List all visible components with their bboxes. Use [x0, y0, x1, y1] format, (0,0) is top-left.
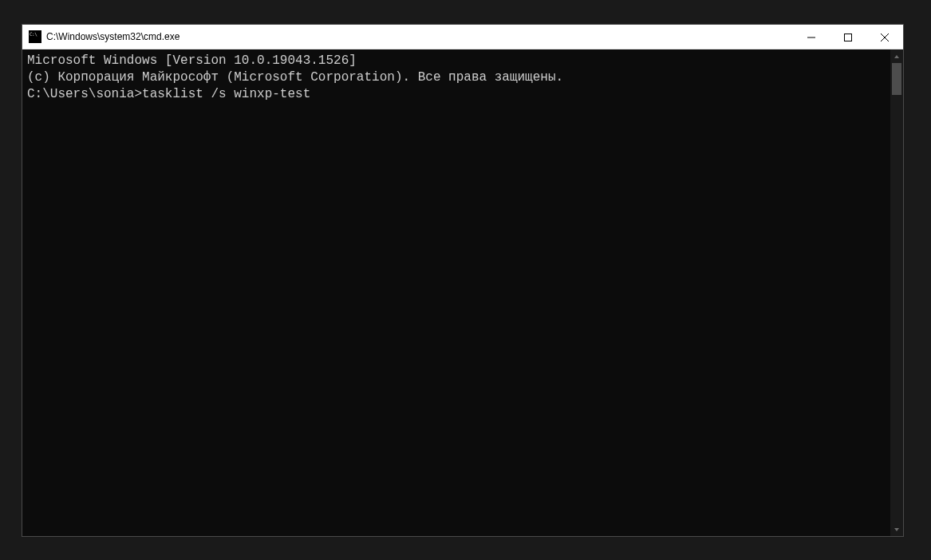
scrollbar-down-arrow[interactable] [890, 523, 903, 536]
svg-rect-0 [807, 37, 815, 37]
cmd-window: C:\Windows\system32\cmd.exe Microsoft Wi [22, 24, 904, 537]
terminal-output[interactable]: Microsoft Windows [Version 10.0.19043.15… [22, 49, 890, 536]
terminal-line: (c) Корпорация Майкрософт (Microsoft Cor… [27, 69, 886, 86]
maximize-button[interactable] [830, 25, 866, 49]
vertical-scrollbar[interactable] [890, 49, 903, 536]
terminal-prompt-line: C:\Users\sonia>tasklist /s winxp-test [27, 86, 886, 103]
scrollbar-up-arrow[interactable] [890, 49, 903, 63]
window-title: C:\Windows\system32\cmd.exe [46, 31, 793, 42]
svg-rect-1 [845, 34, 852, 41]
terminal-line: Microsoft Windows [Version 10.0.19043.15… [27, 53, 886, 69]
svg-marker-5 [894, 528, 899, 531]
window-controls [793, 25, 903, 49]
titlebar[interactable]: C:\Windows\system32\cmd.exe [22, 25, 903, 49]
cmd-icon [29, 30, 41, 43]
terminal-area: Microsoft Windows [Version 10.0.19043.15… [22, 49, 903, 536]
close-icon [881, 34, 889, 41]
maximize-icon [844, 34, 852, 41]
svg-marker-4 [894, 55, 899, 58]
close-button[interactable] [866, 25, 903, 49]
scrollbar-thumb[interactable] [892, 63, 901, 95]
minimize-button[interactable] [793, 25, 830, 49]
minimize-icon [807, 34, 815, 41]
